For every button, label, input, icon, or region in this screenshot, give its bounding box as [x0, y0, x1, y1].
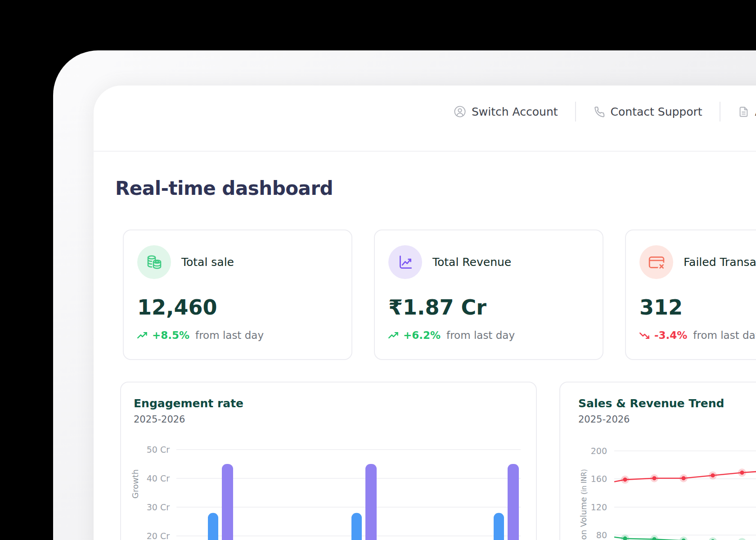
data-point-red [740, 471, 744, 475]
nav-divider [720, 102, 720, 122]
svg-text:120: 120 [591, 502, 607, 512]
data-point-red [711, 473, 715, 477]
svg-text:50 Cr: 50 Cr [147, 445, 170, 454]
phone-icon [593, 106, 605, 118]
bar-blue-group-2 [351, 513, 362, 540]
svg-text:20 Cr: 20 Cr [147, 531, 170, 540]
stat-change-pct: -3.4% [654, 329, 687, 341]
sales-revenue-trend-card: Sales & Revenue Trend 2025-2026 200 160 … [559, 382, 756, 540]
stat-card-total-sale: Total sale 12,460 +8.5% from last day [123, 230, 352, 360]
stat-change-pct: +6.2% [403, 329, 441, 341]
bar-series [208, 464, 519, 540]
stat-change-row: +8.5% from last day [137, 329, 264, 341]
stat-change-note: from last day [446, 329, 515, 341]
sales-revenue-line-chart: 200 160 120 80 Transaction Volume (in IN… [560, 382, 756, 540]
bar-ytick-labels: 50 Cr 40 Cr 30 Cr 20 Cr [147, 445, 170, 540]
stat-card-failed-transactions: Failed Transactions 312 -3.4% from last … [625, 230, 756, 360]
stat-value: 12,460 [137, 295, 217, 320]
engagement-rate-bar-chart: 50 Cr 40 Cr 30 Cr 20 Cr Growth [121, 382, 538, 540]
trend-up-icon [388, 332, 399, 339]
stat-label: Total Revenue [432, 256, 511, 269]
data-point-red [623, 477, 627, 482]
stat-label: Failed Transactions [684, 256, 756, 269]
stat-change-row: -3.4% from last day [639, 329, 756, 341]
svg-text:30 Cr: 30 Cr [147, 502, 170, 512]
bar-y-axis-label: Growth [130, 469, 140, 499]
bar-purple-group-2 [365, 464, 377, 540]
card-x-icon [648, 254, 665, 271]
top-nav: Switch Account Contact Support A [454, 100, 756, 123]
contact-support-button[interactable]: Contact Support [593, 105, 702, 118]
data-point-red [652, 476, 656, 480]
stat-change-note: from last day [693, 329, 756, 341]
nav-divider [575, 102, 576, 122]
stat-change-note: from last day [195, 329, 264, 341]
switch-account-button[interactable]: Switch Account [454, 105, 558, 118]
page-title: Real-time dashboard [115, 177, 333, 199]
svg-text:40 Cr: 40 Cr [147, 473, 170, 483]
stat-card-total-revenue: Total Revenue ₹1.87 Cr +6.2% from last d… [374, 230, 603, 360]
docs-button[interactable]: A [738, 105, 756, 118]
line-ytick-labels: 200 160 120 80 [591, 446, 607, 540]
bar-blue-group-3 [494, 513, 504, 540]
user-circle-icon [454, 105, 466, 118]
trend-down-icon [639, 332, 650, 339]
svg-text:200: 200 [591, 446, 607, 456]
svg-text:80: 80 [596, 530, 607, 540]
bar-purple-group-3 [508, 464, 519, 540]
data-point-red [681, 476, 685, 480]
engagement-rate-card: Engagement rate 2025-2026 50 Cr 40 Cr 30… [120, 382, 537, 540]
line-gridlines [614, 451, 756, 535]
svg-text:160: 160 [591, 474, 607, 484]
stat-change-pct: +8.5% [152, 329, 189, 341]
stat-change-row: +6.2% from last day [388, 329, 515, 341]
bar-purple-group-1 [222, 464, 233, 540]
switch-account-label: Switch Account [472, 105, 558, 118]
header-divider [94, 151, 756, 152]
stat-icon-circle [137, 245, 171, 279]
line-series [614, 468, 756, 540]
trend-up-icon [137, 332, 148, 339]
dashboard-screen: { "header": { "nav": [ { "label": "Switc… [0, 0, 756, 540]
chart-line-icon [397, 254, 414, 271]
stat-label: Total sale [181, 256, 234, 269]
point-halo [738, 538, 746, 540]
document-icon [738, 106, 750, 118]
bar-blue-group-1 [208, 513, 218, 540]
stat-value: ₹1.87 Cr [388, 295, 486, 320]
stat-icon-circle [639, 245, 673, 279]
line-y-axis-label: Transaction Volume (in INR) [579, 469, 588, 540]
stat-value: 312 [639, 295, 683, 320]
contact-support-label: Contact Support [611, 105, 702, 118]
coins-icon [145, 253, 163, 271]
stat-icon-circle [388, 245, 422, 279]
